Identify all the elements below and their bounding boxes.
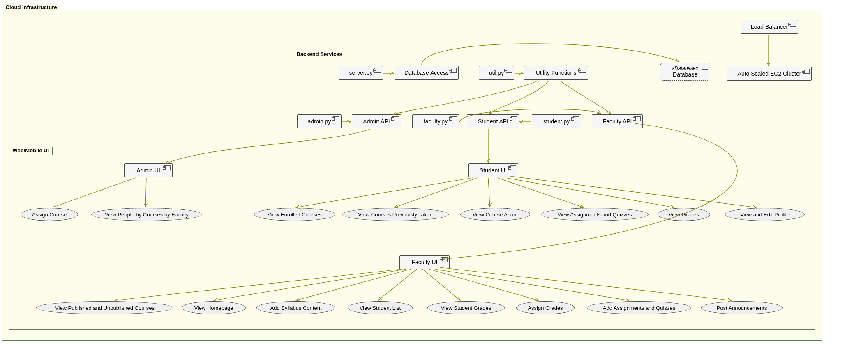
label: Faculty UI bbox=[411, 259, 437, 265]
label: Faculty API bbox=[603, 118, 632, 125]
usecase-view-pub: View Published and Unpublished Courses bbox=[36, 301, 173, 314]
label: Auto Scaled EC2 Cluster bbox=[738, 70, 801, 77]
label: View Grades bbox=[669, 212, 699, 218]
component-icon bbox=[450, 68, 457, 73]
component-ec2: Auto Scaled EC2 Cluster bbox=[727, 67, 812, 81]
component-load-balancer: Load Balancer bbox=[741, 20, 798, 34]
label: faculty.py bbox=[424, 118, 448, 125]
label: Student API bbox=[478, 118, 508, 125]
component-icon bbox=[506, 68, 512, 73]
label: student.py bbox=[543, 118, 570, 125]
label: Database Access bbox=[404, 70, 449, 76]
usecase-view-students: View Student List bbox=[348, 301, 413, 314]
usecase-add-assign: Add Assignments and Quizzes bbox=[587, 301, 691, 314]
usecase-view-assign: View Assignments and Quizzes bbox=[541, 208, 649, 221]
package-ui-tab: Web/Mobile UI bbox=[9, 147, 53, 155]
component-icon bbox=[702, 65, 708, 70]
database-name: Database bbox=[665, 71, 706, 78]
label: Student UI bbox=[480, 167, 507, 174]
usecase-view-sgrades: View Student Grades bbox=[427, 301, 505, 314]
component-db-access: Database Access bbox=[395, 66, 459, 80]
component-student-py: student.py bbox=[532, 114, 581, 128]
component-icon bbox=[164, 165, 171, 170]
label: Assign Course bbox=[32, 212, 67, 218]
usecase-post-ann: Post Announcements bbox=[701, 301, 783, 314]
usecase-assign-course: Assign Course bbox=[21, 208, 78, 221]
label: View Courses Previously Taken bbox=[358, 212, 433, 218]
label: View Student List bbox=[360, 305, 401, 311]
label: View Homepage bbox=[194, 305, 233, 311]
label: util.py bbox=[489, 70, 504, 76]
component-icon bbox=[374, 68, 381, 73]
label: Add Assignments and Quizzes bbox=[603, 305, 675, 311]
component-admin-api: Admin API bbox=[352, 114, 401, 128]
component-student-api: Student API bbox=[467, 114, 519, 128]
component-faculty-py: faculty.py bbox=[412, 114, 459, 128]
usecase-assign-grades: Assign Grades bbox=[516, 301, 575, 314]
component-icon bbox=[441, 257, 448, 262]
label: View Student Grades bbox=[441, 305, 492, 311]
component-icon bbox=[573, 116, 579, 121]
label: Admin UI bbox=[136, 167, 160, 174]
label: Add Syllabus Content bbox=[270, 305, 321, 311]
label: View and Edit Profile bbox=[740, 212, 790, 218]
label: Load Balancer bbox=[751, 23, 788, 30]
label: Utility Functions bbox=[536, 70, 577, 76]
component-icon bbox=[333, 116, 339, 121]
component-icon bbox=[790, 22, 796, 27]
label: View Published and Unpublished Courses bbox=[55, 305, 155, 311]
usecase-view-grades: View Grades bbox=[658, 208, 710, 221]
label: View People by Courses by Faculty bbox=[105, 212, 189, 218]
label: admin.py bbox=[308, 118, 331, 125]
component-util-fn: Utility Functions bbox=[524, 66, 588, 80]
database-node: «Database» Database bbox=[660, 63, 710, 81]
label: Admin API bbox=[363, 118, 390, 125]
component-icon bbox=[511, 116, 517, 121]
usecase-view-enrolled: View Enrolled Courses bbox=[254, 208, 335, 221]
label: View Assignments and Quizzes bbox=[557, 212, 632, 218]
component-faculty-api: Faculty API bbox=[592, 114, 643, 128]
usecase-add-syllabus: Add Syllabus Content bbox=[256, 301, 335, 314]
usecase-view-home: View Homepage bbox=[182, 301, 246, 314]
component-server: server.py bbox=[339, 66, 383, 80]
usecase-view-about: View Course About bbox=[460, 208, 530, 221]
label: Assign Grades bbox=[528, 305, 563, 311]
usecase-view-profile: View and Edit Profile bbox=[725, 208, 805, 221]
component-icon bbox=[510, 165, 516, 170]
label: View Course About bbox=[473, 212, 518, 218]
component-util: util.py bbox=[479, 66, 514, 80]
database-stereo: «Database» bbox=[665, 65, 706, 71]
package-backend-tab: Backend Services bbox=[293, 51, 346, 58]
label: View Enrolled Courses bbox=[268, 212, 321, 218]
component-icon bbox=[450, 116, 457, 121]
component-admin-py: admin.py bbox=[297, 114, 342, 128]
component-faculty-ui: Faculty UI bbox=[399, 255, 450, 269]
component-icon bbox=[392, 116, 399, 121]
component-icon bbox=[634, 116, 641, 121]
usecase-view-people: View People by Courses by Faculty bbox=[91, 208, 202, 221]
component-icon bbox=[803, 69, 810, 74]
component-icon bbox=[579, 68, 586, 73]
package-cloud-tab: Cloud Infrastructure bbox=[2, 4, 61, 12]
component-student-ui: Student UI bbox=[468, 163, 518, 177]
label: Post Announcements bbox=[717, 305, 767, 311]
usecase-view-prev: View Courses Previously Taken bbox=[342, 208, 449, 221]
label: server.py bbox=[349, 70, 373, 76]
component-admin-ui: Admin UI bbox=[124, 163, 173, 177]
